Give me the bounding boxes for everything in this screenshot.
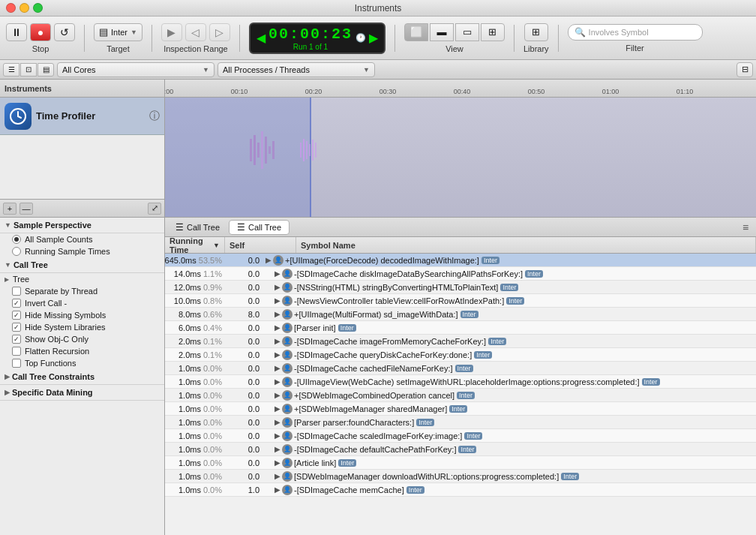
table-row[interactable]: 1.0ms 0.0% 0.0 ▶ 👤 +[SDWebImageManager s… xyxy=(165,402,756,416)
call-tree-tab-2[interactable]: ☰ Call Tree xyxy=(229,220,290,235)
view-btn-2[interactable]: ▬ xyxy=(430,23,454,41)
th-self[interactable]: Self xyxy=(225,237,296,253)
range-forward-button[interactable]: ▷ xyxy=(209,23,230,41)
close-button[interactable] xyxy=(6,3,16,13)
zoom-btn[interactable]: — xyxy=(20,203,33,215)
target-select[interactable]: ▤ Inter ▼ xyxy=(94,23,142,41)
person-icon: 👤 xyxy=(282,323,292,333)
tree-arrow: ▶ xyxy=(274,404,280,413)
specific-data-mining-header[interactable]: ▶ Specific Data Mining xyxy=(0,385,164,401)
record-button[interactable]: ● xyxy=(30,23,51,41)
table-row[interactable]: 12.0ms 0.9% 0.0 ▶ 👤 -[NSString(HTML) str… xyxy=(165,281,756,294)
table-row[interactable]: 1.0ms 0.0% 0.0 ▶ 👤 -[SDImageCache scaled… xyxy=(165,429,756,443)
table-row[interactable]: 1.0ms 0.0% 1.0 ▶ 👤 -[SDImageCache memCac… xyxy=(165,483,756,497)
sample-perspective-header[interactable]: ▼ Sample Perspective xyxy=(0,218,164,233)
minimize-button[interactable] xyxy=(20,3,29,13)
tab-menu-button[interactable]: ≡ xyxy=(738,220,753,235)
running-sample-times-item[interactable]: Running Sample Times xyxy=(0,245,164,257)
table-row[interactable]: 1.0ms 0.0% 0.0 ▶ 👤 -[UIImageView(WebCach… xyxy=(165,375,756,389)
td-self: 0.0 xyxy=(225,418,262,427)
view-btn-1[interactable]: ⬜ xyxy=(404,23,428,41)
separator-5 xyxy=(514,25,514,52)
all-sample-counts-radio[interactable] xyxy=(12,235,21,244)
invert-call-tree-checkbox[interactable] xyxy=(12,299,21,308)
window-controls[interactable] xyxy=(6,3,43,13)
timer-back-btn[interactable]: ◀ xyxy=(256,31,266,45)
table-row[interactable]: 8.0ms 0.6% 8.0 ▶ 👤 +[UIImage(MultiFormat… xyxy=(165,308,756,321)
processes-select[interactable]: All Processes / Threads ▼ xyxy=(218,62,375,77)
flatten-recursion-checkbox[interactable] xyxy=(12,347,21,356)
top-functions-checkbox[interactable] xyxy=(12,359,21,368)
detail-view-icon[interactable]: ▤ xyxy=(38,63,54,77)
call-tree-constraints-header[interactable]: ▶ Call Tree Constraints xyxy=(0,369,164,385)
hide-system-libraries-checkbox[interactable] xyxy=(12,323,21,332)
expand-btn[interactable]: ⤢ xyxy=(148,203,161,215)
add-instrument-btn[interactable]: + xyxy=(3,203,16,215)
table-row[interactable]: 1.0ms 0.0% 0.0 ▶ 👤 [Article link] Inter xyxy=(165,456,756,470)
tree-arrow: ▶ xyxy=(274,296,280,305)
sample-perspective-label: Sample Perspective xyxy=(14,221,92,230)
svg-rect-9 xyxy=(272,141,274,159)
timeline-ruler: 00:00 00:10 00:20 00:30 00:40 00:50 01:0… xyxy=(165,80,756,98)
symbol-name: -[SDImageCache scaledImageForKey:image:] xyxy=(294,431,462,440)
table-row[interactable]: 1.0ms 0.0% 0.0 ▶ 👤 -[SDImageCache cached… xyxy=(165,362,756,375)
hide-system-libraries-item[interactable]: Hide System Libraries xyxy=(0,321,164,333)
table-row[interactable]: 645.0ms 53.5% 0.0 ▶ 👤 +[UIImage(ForceDec… xyxy=(165,254,756,267)
tab-2-icon: ☰ xyxy=(237,222,245,233)
table-row[interactable]: 6.0ms 0.4% 0.0 ▶ 👤 [Parser init] Inter xyxy=(165,321,756,335)
td-running-time: 1.0ms 0.0% xyxy=(165,404,225,413)
refresh-button[interactable]: ↺ xyxy=(54,23,75,41)
top-functions-item[interactable]: Top Functions xyxy=(0,357,164,369)
table-row[interactable]: 1.0ms 0.0% 0.0 ▶ 👤 [Parser parser:foundC… xyxy=(165,416,756,429)
flatten-recursion-item[interactable]: Flatten Recursion xyxy=(0,345,164,357)
call-tree-header[interactable]: ▼ Call Tree xyxy=(0,257,164,273)
call-tree-tab-1[interactable]: ☰ Call Tree xyxy=(168,220,227,235)
show-objc-only-checkbox[interactable] xyxy=(12,335,21,344)
maximize-button[interactable] xyxy=(33,3,43,13)
th-symbol[interactable]: Symbol Name xyxy=(296,237,756,253)
view-label: View xyxy=(446,44,464,53)
track-content[interactable] xyxy=(165,98,756,217)
top-functions-label: Top Functions xyxy=(25,359,76,368)
tree-arrow: ▶ xyxy=(274,350,280,359)
table-row[interactable]: 2.0ms 0.1% 0.0 ▶ 👤 -[SDImageCache queryD… xyxy=(165,348,756,362)
hide-missing-symbols-item[interactable]: Hide Missing Symbols xyxy=(0,309,164,321)
running-sample-times-radio[interactable] xyxy=(12,247,21,256)
inspection-range-label: Inspection Range xyxy=(164,44,228,53)
timer-forward-btn[interactable]: ▶ xyxy=(369,31,378,45)
ruler-mark-7: 01:10 xyxy=(676,88,694,95)
td-symbol: ▶ 👤 -[SDImageCache cachedFileNameForKey:… xyxy=(262,363,756,374)
instrument-info-btn[interactable]: ⓘ xyxy=(149,110,160,123)
view-btn-4[interactable]: ⊞ xyxy=(481,23,505,41)
cores-select[interactable]: All Cores ▼ xyxy=(57,62,214,77)
td-symbol: ▶ 👤 [Article link] Inter xyxy=(262,458,756,468)
person-icon: 👤 xyxy=(282,269,292,279)
tree-item[interactable]: ▶ Tree xyxy=(0,273,164,285)
table-row[interactable]: 2.0ms 0.1% 0.0 ▶ 👤 -[SDImageCache imageF… xyxy=(165,335,756,348)
separate-by-thread-checkbox[interactable] xyxy=(12,287,21,296)
time-profiler-row[interactable]: Time Profiler ⓘ xyxy=(0,98,164,135)
grid-view-icon[interactable]: ⊡ xyxy=(20,63,37,77)
th-running-time[interactable]: Running Time ▼ xyxy=(165,237,225,253)
pause-button[interactable]: ⏸ xyxy=(6,23,27,41)
hide-missing-symbols-checkbox[interactable] xyxy=(12,311,21,320)
separate-by-thread-item[interactable]: Separate by Thread xyxy=(0,285,164,297)
table-row[interactable]: 1.0ms 0.0% 0.0 ▶ 👤 [SDWebImageManager do… xyxy=(165,470,756,483)
view-btn-3[interactable]: ▭ xyxy=(455,23,479,41)
invert-call-tree-item[interactable]: Invert Call - xyxy=(0,297,164,309)
all-sample-counts-item[interactable]: All Sample Counts xyxy=(0,233,164,245)
range-start-button[interactable]: ▶ xyxy=(161,23,182,41)
timer-clock-icon[interactable]: 🕐 xyxy=(356,33,366,43)
library-button[interactable]: ⊞ xyxy=(524,23,548,41)
table-row[interactable]: 14.0ms 1.1% 0.0 ▶ 👤 -[SDImageCache diskI… xyxy=(165,267,756,281)
table-row[interactable]: 1.0ms 0.0% 0.0 ▶ 👤 +[SDWebImageCombinedO… xyxy=(165,389,756,402)
detail-btn[interactable]: ⊟ xyxy=(736,62,753,77)
list-view-icon[interactable]: ☰ xyxy=(3,63,20,77)
badge-inter: Inter xyxy=(416,419,434,426)
filter-box[interactable]: 🔍 Involves Symbol xyxy=(568,24,703,41)
show-objc-only-item[interactable]: Show Obj-C Only xyxy=(0,333,164,345)
range-back-button[interactable]: ◁ xyxy=(185,23,206,41)
window-title: Instruments xyxy=(355,3,402,14)
table-row[interactable]: 1.0ms 0.0% 0.0 ▶ 👤 -[SDImageCache defaul… xyxy=(165,443,756,456)
table-row[interactable]: 10.0ms 0.8% 0.0 ▶ 👤 -[NewsViewController… xyxy=(165,294,756,308)
